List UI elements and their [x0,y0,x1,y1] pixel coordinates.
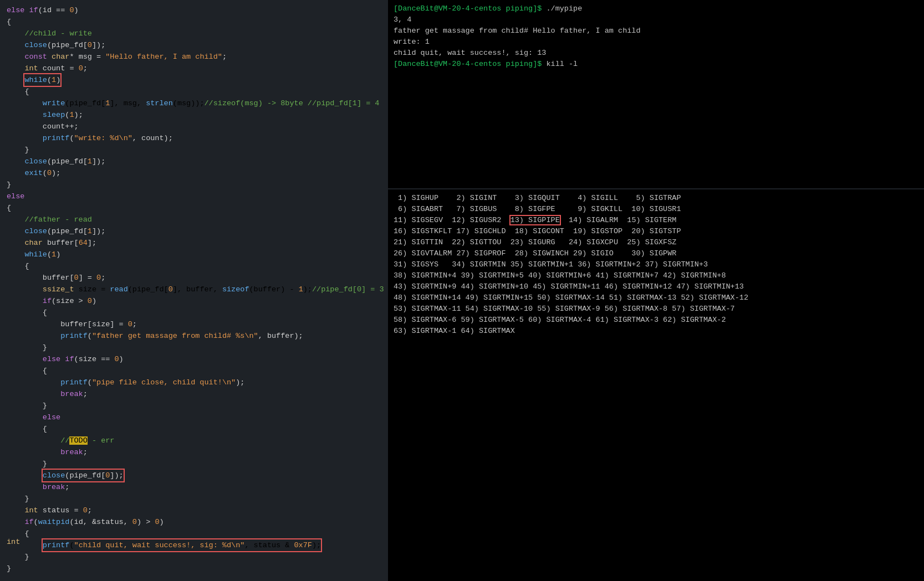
code-line: write(pipe_fd[1], msg, strlen(msg));//si… [7,97,381,109]
code-line: //father - read [7,214,381,225]
code-line: } [7,563,381,574]
code-line: close(pipe_fd[0]); [7,39,381,51]
code-line: //TODO - err [7,435,381,446]
term-line: [DanceBit@VM-20-4-centos piping]$ kill -… [394,59,918,70]
code-line: { [7,528,381,539]
code-line: ssize_t size = read(pipe_fd[0], buffer, … [7,284,381,295]
term-line: 48) SIGRTMIN+14 49) SIGRTMIN+15 50) SIGR… [394,292,918,304]
code-line: close(pipe_fd[1]); [7,225,381,237]
term-line: 43) SIGRTMIN+9 44) SIGRTMIN+10 45) SIGRT… [394,281,918,292]
code-line: int count = 0; [7,63,381,74]
code-line: { [7,307,381,318]
code-line: } [7,179,381,191]
code-line: { [7,423,381,435]
code-line: while(1) [7,249,381,260]
code-line: break; [7,388,381,400]
code-line: count++; [7,121,381,132]
term-line: 21) SIGTTIN 22) SIGTTOU 23) SIGURG 24) S… [394,237,918,248]
code-editor: else if(id == 0) { //child - write close… [0,0,388,581]
term-line: 26) SIGVTALRM 27) SIGPROF 28) SIGWINCH 2… [394,248,918,259]
code-line: } [7,458,381,470]
code-line: printf("father get massage from child# %… [7,330,381,342]
code-line: else if(id == 0) [7,4,381,16]
code-line: else [7,412,381,423]
code-line: } [7,400,381,412]
term-line: 16) SIGSTKFLT 17) SIGCHLD 18) SIGCONT 19… [394,226,918,237]
code-line: const char* msg = "Hello father, I am ch… [7,51,381,63]
term-line: 1) SIGHUP 2) SIGINT 3) SIGQUIT 4) SIGILL… [394,193,918,204]
code-line: { [7,202,381,214]
code-line: break; [7,446,381,458]
terminal-panel: [DanceBit@VM-20-4-centos piping]$ ./mypi… [388,0,924,581]
code-line: { [7,86,381,97]
code-line: char buffer[64]; [7,237,381,249]
code-line: { [7,365,381,377]
code-line: printf("pipe file close, child quit!\n")… [7,377,381,388]
code-line: sleep(1); [7,109,381,121]
term-line: 38) SIGRTMIN+4 39) SIGRTMIN+5 40) SIGRTM… [394,270,918,281]
terminal-top: [DanceBit@VM-20-4-centos piping]$ ./mypi… [388,0,924,188]
code-line: } [7,342,381,353]
term-line: 31) SIGSYS 34) SIGRTMIN 35) SIGRTMIN+1 3… [394,259,918,270]
code-line: if(size > 0) [7,295,381,307]
code-line: { [7,16,381,28]
code-line: if(waitpid(id, &status, 0) > 0) [7,516,381,528]
code-line: int status = 0; [7,505,381,516]
code-line: exit(0); [7,167,381,179]
term-line: 53) SIGRTMAX-11 54) SIGRTMAX-10 55) SIGR… [394,304,918,315]
code-line: break; [7,481,381,493]
code-line: } [7,493,381,505]
term-line: 3, 4 [394,14,918,25]
term-line: child quit, wait success!, sig: 13 [394,48,918,59]
term-line: [DanceBit@VM-20-4-centos piping]$ ./mypi… [394,3,918,14]
code-line: printf("child quit, wait success!, sig: … [7,539,381,551]
code-line: while(1) [7,74,381,86]
code-line: buffer[size] = 0; [7,318,381,330]
terminal-bottom: 1) SIGHUP 2) SIGINT 3) SIGQUIT 4) SIGILL… [388,189,924,581]
code-line: else if(size == 0) [7,353,381,365]
term-line: 58) SIGRTMAX-6 59) SIGRTMAX-5 60) SIGRTM… [394,315,918,326]
term-line: 63) SIGRTMAX-1 64) SIGRTMAX [394,326,918,337]
code-line: //child - write [7,28,381,39]
code-line: close(pipe_fd[1]); [7,156,381,167]
code-line: else [7,191,381,202]
term-line: father get massage from child# Hello fat… [394,25,918,37]
code-line: } [7,144,381,156]
code-line: } [7,551,381,563]
term-line: 6) SIGABRT 7) SIGBUS 8) SIGFPE 9) SIGKIL… [394,204,918,215]
code-line: { [7,260,381,272]
code-line: printf("write: %d\n", count); [7,132,381,144]
term-line: write: 1 [394,37,918,48]
code-line: int [7,536,20,548]
code-line: close(pipe_fd[0]); [7,470,381,481]
code-line: buffer[0] = 0; [7,272,381,284]
term-line: 11) SIGSEGV 12) SIGUSR2 13) SIGPIPE 14) … [394,215,918,226]
